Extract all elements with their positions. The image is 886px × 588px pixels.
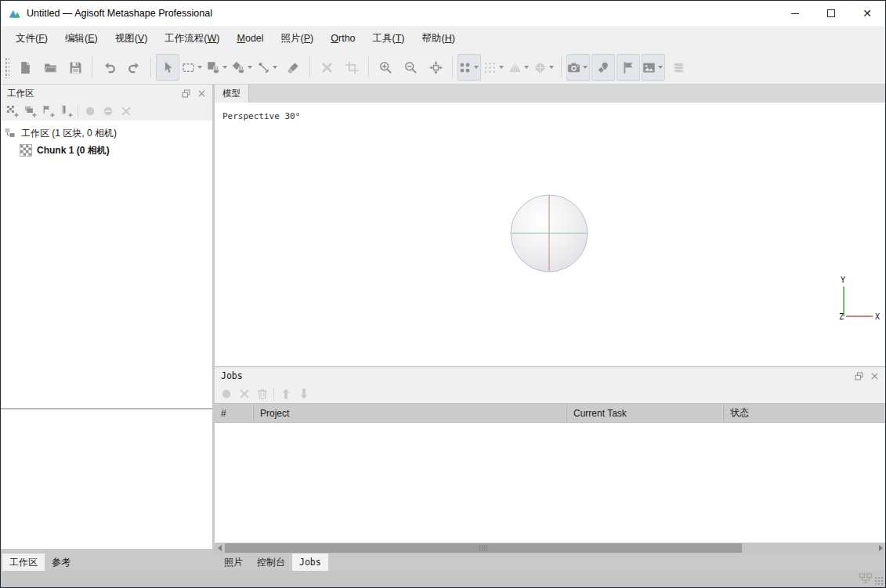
zoom-out-button[interactable] [399,54,422,81]
select-tool-button[interactable] [156,54,179,81]
view-tab-bar: 模型 [215,85,885,103]
add-marker-button[interactable] [39,103,57,120]
pause-job-button [217,386,235,402]
new-project-button[interactable] [13,54,37,81]
column-header[interactable]: 状态 [724,404,885,422]
show-shapes-button[interactable] [591,54,615,81]
menu-file[interactable]: 文件(F) [7,28,56,49]
redo-icon [128,61,141,74]
add-photos-button[interactable] [21,103,39,120]
scroll-right-arrow-icon[interactable] [876,543,885,554]
close-panel-button[interactable] [866,369,882,383]
menu-tools[interactable]: 工具(T) [364,28,414,49]
chunk-icon [20,144,32,157]
horizontal-scrollbar[interactable] [215,543,885,554]
crop-button [340,54,363,81]
cancel-x-icon [238,388,251,400]
rectangle-selection-button[interactable] [181,54,204,81]
chevron-down-icon[interactable] [221,54,229,81]
menu-view[interactable]: 视图(V) [107,28,157,49]
close-panel-button[interactable] [193,86,209,100]
tiled-model-icon [533,61,547,74]
redo-button[interactable] [122,54,146,81]
close-icon [197,88,207,99]
toolbar-drag-handle[interactable] [4,56,9,78]
close-window-button[interactable]: ✕ [849,1,885,26]
column-header[interactable]: # [215,404,254,422]
navigate-view-button[interactable] [231,54,255,81]
menu-help[interactable]: 帮助(H) [414,28,464,49]
menu-ortho[interactable]: Ortho [322,29,363,48]
dem-icon [672,61,685,74]
chevron-down-icon[interactable] [523,54,530,81]
shapes-icon [597,61,610,74]
column-header[interactable]: Project [254,404,567,422]
chevron-down-icon[interactable] [548,54,555,81]
trackball-sphere[interactable] [510,194,588,272]
tab-console[interactable]: 控制台 [250,554,292,571]
delete-button [315,54,338,81]
show-cameras-button[interactable] [566,54,590,81]
open-button[interactable] [38,54,62,81]
tree-item-chunk-1[interactable]: Chunk 1 (0 相机) [1,142,212,159]
close-icon [870,371,880,381]
workspace-panel-header: 工作区 [1,85,212,102]
add-chunk-button[interactable] [3,103,21,120]
float-icon [181,88,191,99]
eraser-button[interactable] [281,54,305,81]
add-scalebar-button[interactable] [57,103,75,120]
menu-photo[interactable]: 照片(P) [273,28,323,49]
resize-grip[interactable] [874,576,884,586]
chevron-down-icon[interactable] [246,54,254,81]
tree-item-workspace-root[interactable]: 工作区 (1 区块, 0 相机) [1,124,212,142]
tab-reference[interactable]: 参考 [45,554,78,571]
chevron-down-icon[interactable] [271,54,279,81]
float-panel-button[interactable] [178,86,193,100]
chevron-down-icon[interactable] [472,54,480,81]
scrollbar-thumb[interactable] [225,543,742,553]
tab-workspace[interactable]: 工作区 [2,554,45,571]
undo-button[interactable] [97,54,121,81]
clear-jobs-button [253,386,271,402]
maximize-icon [827,9,835,17]
tree-item-label: 工作区 (1 区块, 0 相机) [21,127,117,140]
tab-photos[interactable]: 照片 [217,554,250,571]
chevron-down-icon[interactable] [581,54,589,81]
show-markers-button[interactable] [617,54,640,81]
trash-icon [256,388,269,400]
toolbar-separator [309,57,310,78]
show-model-button [508,54,531,81]
arrow-up-icon [280,388,292,400]
menu-model[interactable]: Model [229,29,273,48]
model-viewport[interactable]: Perspective 30° Y [215,103,885,366]
reset-view-button[interactable] [424,54,447,81]
chevron-down-icon[interactable] [656,54,664,81]
show-point-cloud-button[interactable] [457,54,481,81]
move-up-button [277,386,295,402]
add-scalebar-icon [60,105,73,117]
remove-x-icon [120,105,132,117]
enable-item-button [81,103,99,120]
menu-workflow[interactable]: 工作流程(W) [156,28,228,49]
camera-icon [567,61,580,74]
metashape-logo-icon [8,7,21,20]
float-panel-button[interactable] [851,369,866,383]
scroll-left-arrow-icon[interactable] [215,543,224,554]
column-header[interactable]: Current Task [567,404,724,422]
remove-item-button [117,103,135,120]
maximize-button[interactable] [813,1,849,26]
show-images-button[interactable] [642,54,665,81]
zoom-out-icon [404,61,418,74]
zoom-in-button[interactable] [374,54,397,81]
minimize-button[interactable] [777,1,813,26]
tab-jobs[interactable]: Jobs [292,554,328,571]
chevron-down-icon[interactable] [497,54,505,81]
navigate-object-button[interactable] [206,54,230,81]
float-icon [854,371,864,381]
chevron-down-icon[interactable] [196,54,204,81]
save-button[interactable] [63,54,87,81]
view-tab-model[interactable]: 模型 [215,85,249,103]
measure-tool-button[interactable] [256,54,280,81]
jobs-table-header: #ProjectCurrent Task状态 [215,403,885,423]
menu-edit[interactable]: 编辑(E) [56,28,107,49]
